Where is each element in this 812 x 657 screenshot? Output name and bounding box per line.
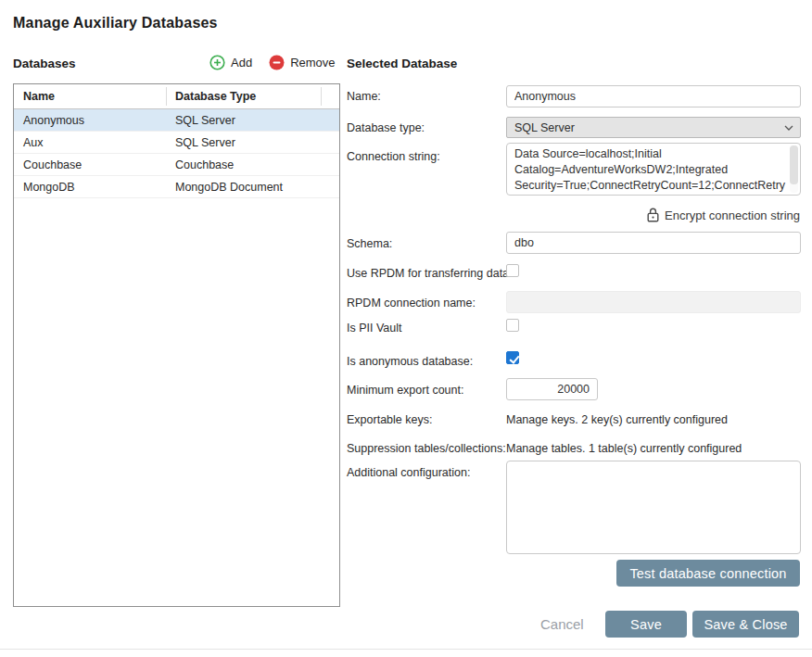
cell-name: Anonymous — [23, 109, 84, 132]
schema-input[interactable] — [506, 232, 801, 254]
cell-name: Aux — [23, 132, 44, 154]
remove-database-button[interactable]: Remove — [269, 55, 335, 70]
name-label: Name: — [347, 90, 381, 103]
encrypt-connection-string-button[interactable]: Encrypt connection string — [647, 208, 800, 222]
connection-string-textarea[interactable]: Data Source=localhost;Initial Catalog=Ad… — [506, 143, 801, 196]
chevron-down-icon — [784, 125, 793, 131]
rpdm-connection-name-label: RPDM connection name: — [347, 297, 476, 310]
connection-string-label: Connection string: — [347, 150, 440, 163]
table-row-anonymous[interactable]: Anonymous SQL Server — [14, 109, 339, 132]
databases-table-header: Name Database Type — [14, 84, 339, 109]
column-divider — [321, 87, 322, 106]
connection-string-scrollbar[interactable] — [790, 145, 798, 193]
is-pii-vault-label: Is PII Vault — [347, 322, 402, 335]
column-header-name[interactable]: Name — [23, 84, 55, 109]
page-title: Manage Auxiliary Databases — [13, 15, 218, 32]
database-list-actions: Add Remove — [209, 55, 336, 70]
add-icon — [209, 55, 225, 70]
database-type-label: Database type: — [347, 121, 425, 134]
databases-heading: Databases — [13, 57, 76, 70]
remove-icon — [269, 55, 285, 70]
is-anonymous-database-checkbox[interactable] — [506, 351, 519, 364]
column-divider — [166, 87, 167, 106]
table-row-couchbase[interactable]: Couchbase Couchbase — [14, 154, 339, 176]
database-type-select[interactable]: SQL Server — [506, 117, 801, 138]
connection-string-value: Data Source=localhost;Initial Catalog=Ad… — [507, 144, 788, 195]
lock-icon — [647, 208, 659, 222]
table-row-mongodb[interactable]: MongoDB MongoDB Document — [14, 176, 339, 198]
is-pii-vault-checkbox[interactable] — [506, 319, 519, 332]
rpdm-connection-name-input — [506, 291, 801, 313]
add-database-button[interactable]: Add — [209, 55, 252, 70]
cancel-button[interactable]: Cancel — [540, 616, 584, 632]
remove-button-label: Remove — [290, 56, 335, 69]
save-button[interactable]: Save — [605, 611, 687, 638]
save-and-close-button[interactable]: Save & Close — [692, 611, 799, 638]
cell-database-type: SQL Server — [175, 109, 235, 132]
name-input[interactable] — [506, 85, 801, 107]
bottom-divider — [0, 649, 812, 650]
cell-name: Couchbase — [23, 154, 82, 176]
use-rpdm-checkbox[interactable] — [506, 264, 519, 277]
column-header-database-type[interactable]: Database Type — [175, 84, 256, 109]
databases-table: Name Database Type Anonymous SQL Server … — [13, 83, 340, 607]
additional-configuration-label: Additional configuration: — [347, 466, 470, 479]
table-row-aux[interactable]: Aux SQL Server — [14, 132, 339, 154]
additional-configuration-textarea[interactable] — [506, 461, 801, 554]
cell-database-type: SQL Server — [175, 132, 235, 154]
database-type-selected-value: SQL Server — [514, 121, 575, 134]
cell-database-type: MongoDB Document — [175, 176, 283, 198]
encrypt-connection-string-label: Encrypt connection string — [665, 208, 800, 222]
minimum-export-count-input[interactable] — [506, 378, 598, 400]
suppression-tables-label: Suppression tables/collections: — [347, 442, 506, 455]
scrollbar-thumb[interactable] — [790, 145, 798, 184]
use-rpdm-label: Use RPDM for transferring data: — [347, 267, 513, 280]
selected-database-heading: Selected Database — [347, 57, 457, 70]
manage-auxiliary-databases-dialog: Manage Auxiliary Databases Databases Add… — [0, 0, 812, 657]
test-database-connection-button[interactable]: Test database connection — [616, 560, 800, 587]
manage-tables-link[interactable]: Manage tables. 1 table(s) currently conf… — [506, 442, 742, 455]
add-button-label: Add — [231, 56, 252, 69]
minimum-export-count-label: Minimum export count: — [347, 384, 463, 397]
cell-name: MongoDB — [23, 176, 75, 198]
manage-keys-link[interactable]: Manage keys. 2 key(s) currently configur… — [506, 413, 728, 426]
exportable-keys-label: Exportable keys: — [347, 413, 432, 426]
cell-database-type: Couchbase — [175, 154, 234, 176]
schema-label: Schema: — [347, 237, 392, 250]
is-anonymous-database-label: Is anonymous database: — [347, 355, 473, 368]
